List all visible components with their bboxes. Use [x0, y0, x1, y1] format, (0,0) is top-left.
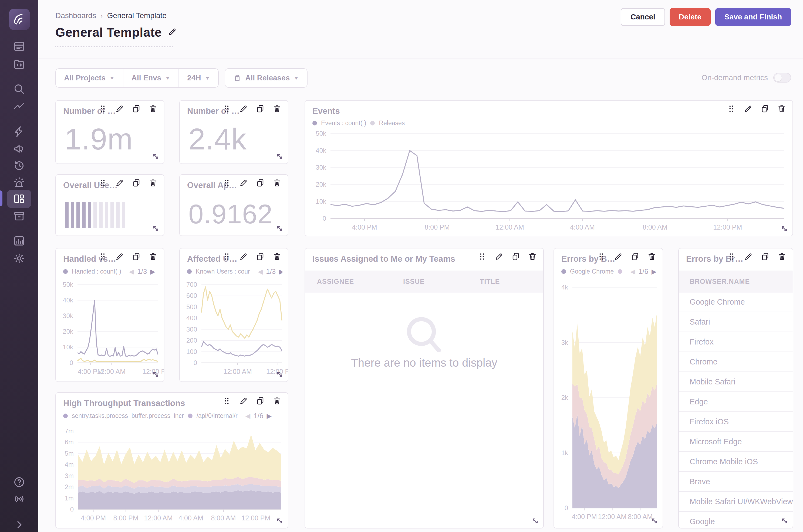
delete-widget-icon[interactable] [149, 178, 158, 187]
resize-handle-icon[interactable] [780, 224, 789, 234]
resize-handle-icon[interactable] [275, 152, 285, 161]
cancel-button[interactable]: Cancel [621, 8, 665, 26]
drag-handle-icon[interactable] [222, 252, 231, 261]
drag-handle-icon[interactable] [98, 252, 107, 261]
resize-handle-icon[interactable] [530, 516, 540, 526]
duplicate-widget-icon[interactable] [132, 252, 141, 261]
resize-handle-icon[interactable] [275, 224, 285, 233]
edit-widget-icon[interactable] [744, 252, 753, 261]
drag-handle-icon[interactable] [98, 178, 107, 187]
resize-handle-icon[interactable] [151, 224, 161, 233]
sidebar-item-projects[interactable] [12, 56, 27, 72]
help-icon[interactable] [12, 475, 27, 490]
duplicate-widget-icon[interactable] [132, 178, 141, 187]
duplicate-widget-icon[interactable] [761, 252, 769, 261]
duplicate-widget-icon[interactable] [256, 178, 264, 187]
sentry-logo[interactable] [9, 8, 30, 30]
chart-legend: Known Users : cour◀1/3▶ [187, 267, 282, 276]
drag-handle-icon[interactable] [222, 104, 231, 113]
legend-label: Releases [379, 119, 405, 127]
chart-legend: Events : count( )Releases [312, 119, 787, 127]
drag-handle-icon[interactable] [478, 252, 487, 261]
duplicate-widget-icon[interactable] [761, 104, 769, 113]
pager-next-icon[interactable]: ▶ [279, 268, 282, 276]
misery-score-bars [65, 202, 125, 228]
pager-next-icon[interactable]: ▶ [150, 268, 155, 276]
resize-handle-icon[interactable] [275, 369, 285, 379]
edit-title-icon[interactable] [168, 27, 177, 38]
drag-handle-icon[interactable] [727, 104, 736, 113]
delete-widget-icon[interactable] [778, 252, 786, 261]
pager-prev-icon[interactable]: ◀ [245, 412, 250, 420]
edit-widget-icon[interactable] [239, 178, 248, 187]
sidebar-item-starfish[interactable] [12, 124, 27, 139]
drag-handle-icon[interactable] [597, 252, 606, 261]
edit-widget-icon[interactable] [115, 104, 124, 113]
ondemand-metrics-toggle[interactable] [773, 73, 791, 82]
duplicate-widget-icon[interactable] [256, 104, 264, 113]
widget-title: Issues Assigned to Me or My Teams [312, 254, 497, 264]
misery-bar-empty [99, 202, 103, 228]
delete-widget-icon[interactable] [149, 252, 158, 261]
pager-next-icon[interactable]: ▶ [267, 412, 271, 420]
duplicate-widget-icon[interactable] [256, 252, 264, 261]
edit-widget-icon[interactable] [239, 104, 248, 113]
sidebar-item-discover[interactable] [12, 209, 27, 224]
edit-widget-icon[interactable] [239, 252, 248, 261]
breadcrumb-dashboards[interactable]: Dashboards [55, 11, 96, 20]
widget-toolbar [222, 104, 281, 113]
delete-widget-icon[interactable] [149, 104, 158, 113]
sidebar-item-dashboards[interactable] [7, 190, 31, 208]
sidebar-item-feedback[interactable] [12, 141, 27, 156]
edit-widget-icon[interactable] [614, 252, 623, 261]
projects-filter[interactable]: All Projects▼ [56, 69, 123, 87]
edit-widget-icon[interactable] [239, 397, 248, 405]
sidebar-item-stats[interactable] [12, 233, 27, 248]
breadcrumb: Dashboards › General Template [55, 11, 167, 20]
drag-handle-icon[interactable] [727, 252, 736, 261]
sidebar-item-settings[interactable] [12, 251, 27, 266]
edit-widget-icon[interactable] [115, 252, 124, 261]
collapse-sidebar-icon[interactable] [12, 517, 27, 532]
date-range-filter[interactable]: 24H▼ [179, 69, 218, 87]
duplicate-widget-icon[interactable] [132, 104, 141, 113]
delete-widget-icon[interactable] [273, 252, 281, 261]
delete-widget-icon[interactable] [273, 178, 281, 187]
delete-widget-icon[interactable] [777, 104, 786, 113]
releases-filter[interactable]: All Releases▼ [225, 69, 307, 87]
sidebar-item-replays[interactable] [12, 158, 27, 173]
duplicate-widget-icon[interactable] [511, 252, 520, 261]
environments-filter[interactable]: All Envs▼ [123, 69, 179, 87]
edit-widget-icon[interactable] [115, 178, 124, 187]
pager-next-icon[interactable]: ▶ [652, 268, 656, 276]
edit-widget-icon[interactable] [495, 252, 503, 261]
save-and-finish-button[interactable]: Save and Finish [715, 8, 791, 26]
sidebar-item-issues[interactable] [12, 39, 27, 54]
duplicate-widget-icon[interactable] [631, 252, 639, 261]
pager-prev-icon[interactable]: ◀ [258, 268, 263, 276]
delete-widget-icon[interactable] [647, 252, 656, 261]
sidebar-item-alerts[interactable] [12, 175, 27, 190]
duplicate-widget-icon[interactable] [256, 397, 264, 405]
resize-handle-icon[interactable] [151, 369, 161, 379]
drag-handle-icon[interactable] [222, 397, 231, 405]
whats-new-icon[interactable] [12, 491, 27, 506]
resize-handle-icon[interactable] [650, 516, 659, 526]
pager-prev-icon[interactable]: ◀ [630, 268, 635, 276]
legend-pager: ◀1/6▶ [245, 412, 272, 420]
browser-table-row: Mobile Safari UI/WKWebView [679, 492, 793, 512]
pager-prev-icon[interactable]: ◀ [129, 268, 134, 276]
resize-handle-icon[interactable] [275, 516, 285, 526]
sidebar-item-performance[interactable] [12, 99, 27, 114]
drag-handle-icon[interactable] [98, 104, 107, 113]
browser-rows-list: Google ChromeSafariFirefoxChromeMobile S… [679, 292, 793, 529]
delete-widget-icon[interactable] [273, 397, 281, 405]
resize-handle-icon[interactable] [151, 152, 161, 161]
delete-widget-icon[interactable] [273, 104, 281, 113]
delete-widget-icon[interactable] [528, 252, 537, 261]
sidebar-item-search[interactable] [12, 81, 27, 97]
resize-handle-icon[interactable] [780, 516, 789, 526]
edit-widget-icon[interactable] [744, 104, 752, 113]
delete-button[interactable]: Delete [670, 8, 711, 26]
drag-handle-icon[interactable] [222, 178, 231, 187]
